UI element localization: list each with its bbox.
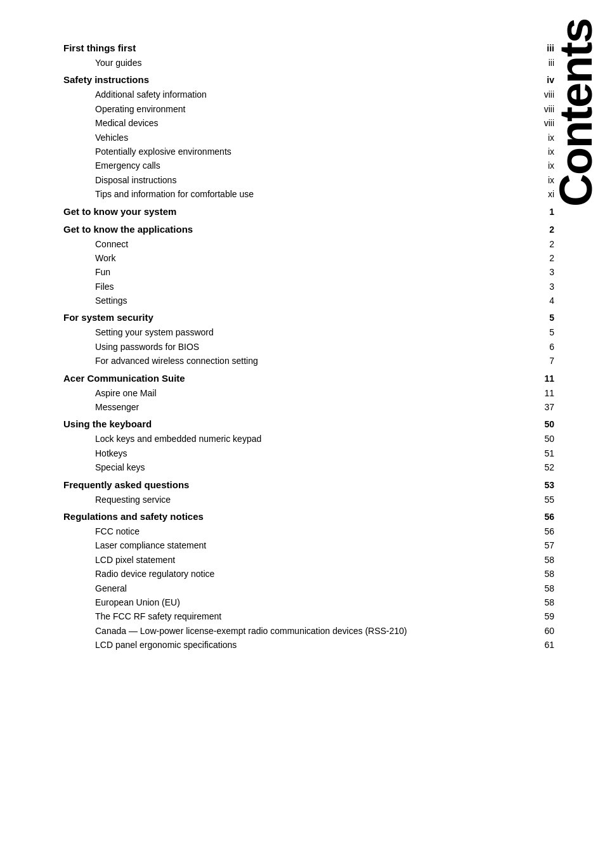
toc-entry-page: 50 [535,417,554,431]
toc-row: For advanced wireless connection setting… [63,354,554,368]
toc-row: Your guidesiii [63,56,554,70]
toc-row: Files3 [63,280,554,294]
toc-entry-title: Operating environment [95,102,535,116]
toc-entry-page: 4 [535,294,554,308]
toc-entry-page: 6 [535,340,554,354]
toc-row: Operating environmentviii [63,102,554,116]
toc-entry-title: Using passwords for BIOS [95,340,535,354]
toc-row: Get to know your system1 [63,204,554,219]
toc-entry-title: FCC notice [95,524,535,538]
toc-row: Using the keyboard50 [63,417,554,432]
toc-entry-title: Laser compliance statement [95,538,535,552]
toc-row: Potentially explosive environmentsix [63,145,554,159]
toc-entry-page: 3 [535,280,554,294]
toc-entry-page: 55 [535,493,554,507]
toc-entry-page: 7 [535,354,554,368]
toc-entry-page: 2 [535,223,554,236]
toc-entry-title: Tips and information for comfortable use [95,187,535,201]
toc-entry-page: 11 [535,372,554,385]
toc-container: First things firstiiiYour guidesiiiSafet… [63,41,554,652]
toc-entry-page: 58 [535,567,554,581]
toc-row: Tips and information for comfortable use… [63,187,554,201]
toc-row: Setting your system password5 [63,325,554,339]
toc-entry-page: 53 [535,478,554,492]
toc-entry-title: Files [95,280,535,294]
toc-entry-title: Fun [95,265,535,279]
toc-entry-title: LCD pixel statement [95,553,535,567]
toc-row: Hotkeys51 [63,446,554,460]
toc-row: First things firstiii [63,41,554,56]
toc-row: Radio device regulatory notice58 [63,567,554,581]
toc-entry-page: 58 [535,595,554,609]
toc-entry-title: Messenger [95,400,535,414]
toc-entry-title: For system security [63,310,535,325]
toc-entry-title: Radio device regulatory notice [95,567,535,581]
toc-entry-title: Canada — Low-power license-exempt radio … [95,624,535,638]
toc-entry-title: Your guides [95,56,535,70]
toc-entry-page: 5 [535,311,554,325]
toc-entry-page: 56 [535,524,554,538]
toc-row: Fun3 [63,265,554,279]
toc-row: Disposal instructionsix [63,173,554,187]
toc-entry-title: General [95,581,535,595]
toc-entry-title: Vehicles [95,131,535,145]
toc-entry-page: 58 [535,581,554,595]
toc-entry-title: Frequently asked questions [63,477,535,493]
toc-row: Additional safety informationviii [63,87,554,101]
toc-row: Frequently asked questions53 [63,477,554,493]
toc-entry-page: 37 [535,400,554,414]
toc-entry-title: For advanced wireless connection setting [95,354,535,368]
toc-row: European Union (EU)58 [63,595,554,609]
toc-row: LCD pixel statement58 [63,553,554,567]
toc-entry-page: 11 [535,386,554,400]
toc-row: LCD panel ergonomic specifications61 [63,638,554,652]
toc-entry-page: 56 [535,510,554,524]
toc-entry-title: Get to know your system [63,204,535,219]
toc-entry-page: 61 [535,638,554,652]
toc-entry-page: 52 [535,460,554,474]
toc-entry-title: Potentially explosive environments [95,145,535,159]
toc-row: The FCC RF safety requirement59 [63,609,554,623]
toc-row: Acer Communication Suite11 [63,371,554,386]
toc-entry-title: LCD panel ergonomic specifications [95,638,535,652]
toc-entry-page: 51 [535,446,554,460]
toc-entry-title: Special keys [95,460,535,474]
toc-entry-page: 50 [535,432,554,446]
toc-row: Emergency callsix [63,159,554,172]
toc-row: Messenger37 [63,400,554,414]
toc-row: Safety instructionsiv [63,72,554,87]
toc-row: Special keys52 [63,460,554,474]
toc-entry-title: Setting your system password [95,325,535,339]
toc-entry-page: 2 [535,251,554,265]
toc-entry-title: Regulations and safety notices [63,509,535,524]
toc-row: Aspire one Mail11 [63,386,554,400]
toc-entry-title: Safety instructions [63,72,535,87]
toc-entry-title: First things first [63,41,535,56]
toc-row: Requesting service55 [63,493,554,507]
toc-entry-title: Settings [95,294,535,308]
toc-row: Work2 [63,251,554,265]
toc-entry-title: Connect [95,237,535,251]
toc-entry-title: Additional safety information [95,87,535,101]
toc-entry-page: 59 [535,609,554,623]
toc-entry-title: Acer Communication Suite [63,371,535,386]
toc-row: Get to know the applications2 [63,222,554,237]
toc-row: Laser compliance statement57 [63,538,554,552]
toc-row: Vehiclesix [63,131,554,145]
toc-entry-title: Aspire one Mail [95,386,535,400]
toc-row: General58 [63,581,554,595]
toc-row: Connect2 [63,237,554,251]
toc-entry-title: Lock keys and embedded numeric keypad [95,432,535,446]
toc-entry-title: Disposal instructions [95,173,535,187]
toc-entry-title: Get to know the applications [63,222,535,237]
contents-sidebar: Contents [554,0,605,317]
toc-entry-page: 57 [535,538,554,552]
toc-row: Settings4 [63,294,554,308]
toc-entry-title: European Union (EU) [95,595,535,609]
toc-row: Medical devicesviii [63,116,554,130]
toc-entry-title: Work [95,251,535,265]
toc-entry-title: The FCC RF safety requirement [95,609,535,623]
toc-entry-title: Hotkeys [95,446,535,460]
toc-row: FCC notice56 [63,524,554,538]
toc-row: Canada — Low-power license-exempt radio … [63,624,554,638]
